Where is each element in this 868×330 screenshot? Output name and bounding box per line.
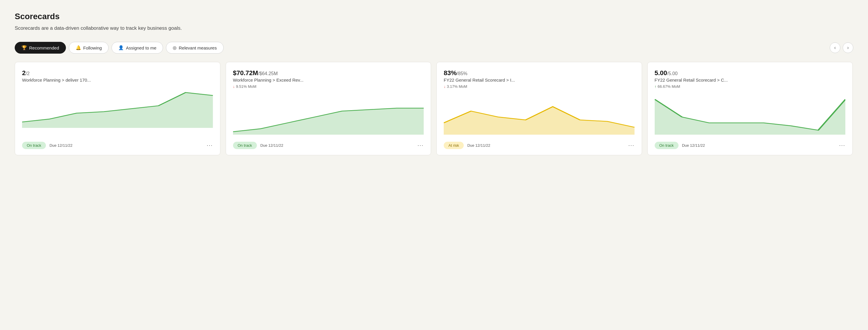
scorecard-mom: ↓ 3.17% MoM [444, 84, 635, 89]
chart-svg [444, 93, 635, 135]
tab-assigned[interactable]: 👤Assigned to me [112, 42, 163, 54]
tab-following[interactable]: 🔔Following [69, 42, 108, 54]
chart-area [655, 93, 846, 136]
tab-recommended[interactable]: 🏆Recommended [15, 42, 66, 54]
card-footer: On track Due 12/11/22 ··· [655, 142, 846, 149]
tabs-row: 🏆Recommended🔔Following👤Assigned to me◎Re… [15, 42, 853, 54]
scorecard-card2: $70.72M/$64.25M Workforce Planning > Exc… [226, 62, 431, 155]
due-date: Due 12/11/22 [260, 143, 283, 147]
tab-label-recommended: Recommended [29, 45, 59, 50]
more-button[interactable]: ··· [207, 142, 213, 148]
scorecard-target: /85% [457, 71, 467, 76]
chart-fill [233, 108, 424, 135]
scorecard-mom: ↓ 9.51% MoM [233, 84, 424, 89]
chart-svg [655, 93, 846, 135]
chart-fill [444, 107, 635, 135]
scorecard-name: FY22 General Retail Scorecard > I... [444, 78, 635, 82]
due-date: Due 12/11/22 [467, 143, 490, 147]
due-date: Due 12/11/22 [50, 143, 72, 147]
scorecard-name: Workforce Planning > deliver 170... [22, 78, 213, 82]
card-footer: At risk Due 12/11/22 ··· [444, 142, 635, 149]
scorecard-metric: 83%/85% [444, 69, 635, 77]
scorecard-name: Workforce Planning > Exceed Rev... [233, 78, 424, 82]
chart-svg [22, 87, 213, 128]
scorecard-mom: ↑ 66.67% MoM [655, 84, 846, 89]
status-badge: On track [233, 142, 257, 149]
status-badge: On track [655, 142, 679, 149]
scorecard-target: /5.00 [667, 71, 678, 76]
tab-label-assigned: Assigned to me [126, 45, 156, 50]
page-title: Scorecards [15, 12, 853, 21]
status-badge: At risk [444, 142, 464, 149]
tab-icon-assigned: 👤 [118, 45, 124, 50]
nav-prev-button[interactable]: ‹ [830, 43, 840, 53]
nav-next-button[interactable]: › [843, 43, 853, 53]
more-button[interactable]: ··· [417, 142, 424, 148]
mom-arrow: ↑ [655, 84, 657, 89]
chart-area [444, 93, 635, 136]
scorecard-metric: $70.72M/$64.25M [233, 69, 424, 77]
mom-arrow: ↓ [444, 84, 446, 89]
mom-value: 9.51% MoM [236, 84, 256, 89]
chart-area [22, 87, 213, 136]
mom-value: 66.67% MoM [658, 84, 680, 89]
tab-icon-following: 🔔 [75, 45, 81, 50]
tab-label-following: Following [83, 45, 102, 50]
scorecard-name: FY22 General Retail Scorecard > C... [655, 78, 846, 82]
more-button[interactable]: ··· [839, 142, 845, 148]
chart-area [233, 93, 424, 136]
tabs-container: 🏆Recommended🔔Following👤Assigned to me◎Re… [15, 42, 224, 54]
mom-arrow: ↓ [233, 84, 235, 89]
scorecard-card3: 83%/85% FY22 General Retail Scorecard > … [436, 62, 642, 155]
chart-svg [233, 93, 424, 135]
due-date: Due 12/11/22 [682, 143, 705, 147]
scorecard-card1: 2/2 Workforce Planning > deliver 170... … [15, 62, 220, 155]
tab-icon-recommended: 🏆 [22, 45, 27, 50]
cards-row: 2/2 Workforce Planning > deliver 170... … [15, 62, 853, 155]
mom-value: 3.17% MoM [447, 84, 467, 89]
scorecard-metric: 2/2 [22, 69, 213, 77]
card-footer: On track Due 12/11/22 ··· [22, 142, 213, 149]
tab-label-relevant: Relevant measures [179, 45, 217, 50]
status-badge: On track [22, 142, 46, 149]
more-button[interactable]: ··· [628, 142, 634, 148]
scorecard-target: /$64.25M [258, 71, 278, 76]
scorecard-metric: 5.00/5.00 [655, 69, 846, 77]
scorecard-target: /2 [26, 71, 29, 76]
scorecard-card4: 5.00/5.00 FY22 General Retail Scorecard … [647, 62, 853, 155]
card-footer: On track Due 12/11/22 ··· [233, 142, 424, 149]
tab-relevant[interactable]: ◎Relevant measures [166, 42, 223, 54]
tab-icon-relevant: ◎ [173, 45, 177, 50]
page-subtitle: Scorecards are a data-driven collaborati… [15, 25, 853, 31]
nav-arrows: ‹ › [830, 43, 853, 53]
